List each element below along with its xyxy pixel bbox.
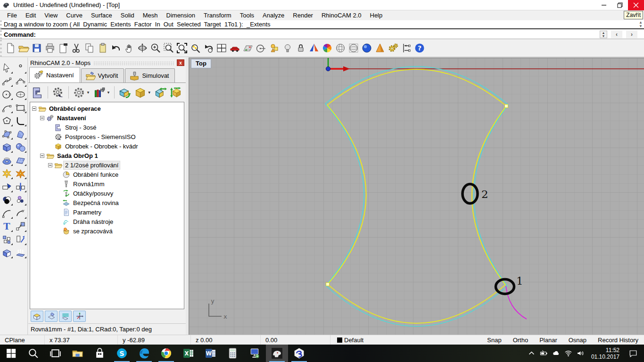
color-wheel-button[interactable]: [321, 41, 334, 56]
cut-button[interactable]: [70, 41, 83, 56]
menu-analyze[interactable]: Analyze: [258, 11, 289, 20]
extrude-surface-tool[interactable]: [14, 246, 27, 259]
tree-item-nastaven[interactable]: Nastavení: [30, 113, 184, 123]
xray-sphere-button[interactable]: [347, 41, 360, 56]
statusbar-toggle-osnap[interactable]: Osnap: [563, 335, 592, 345]
menu-render[interactable]: Render: [289, 11, 317, 20]
menu-edit[interactable]: Edit: [21, 11, 40, 20]
shear-tool[interactable]: [14, 233, 27, 246]
scale-tool[interactable]: [14, 220, 27, 233]
statusbar-toggle-ortho[interactable]: Ortho: [507, 335, 534, 345]
statusbar-layer[interactable]: Default: [330, 337, 481, 344]
taskbar-file-explorer[interactable]: [66, 345, 89, 362]
menu-transform[interactable]: Transform: [199, 11, 236, 20]
tree-item-ot-ky-posuvy[interactable]: Otáčky/posuvy: [30, 189, 184, 198]
split-tool[interactable]: [14, 180, 27, 193]
tray-onedrive[interactable]: [551, 345, 562, 362]
command-spinner[interactable]: ▲▼: [600, 31, 607, 38]
tray-volume[interactable]: [575, 345, 586, 362]
wireframe-sphere-button[interactable]: [334, 41, 347, 56]
cam-post-gear-button[interactable]: [51, 85, 66, 100]
taskbar-clock[interactable]: 11:52 01.10.2017: [587, 347, 623, 360]
taskbar-calculator[interactable]: [222, 345, 244, 362]
solid-union-box-tool[interactable]: [0, 246, 14, 259]
menu-solid[interactable]: Solid: [116, 11, 139, 20]
surface-grid-tool[interactable]: [14, 154, 27, 167]
pan-view-button[interactable]: [123, 41, 136, 56]
tree-item-sada-obrop-1[interactable]: Sada ObrOp 1: [30, 151, 184, 160]
tree-item-obr-b-c-operace[interactable]: Obráběcí operace: [30, 104, 184, 113]
tray-chevron-up[interactable]: [526, 345, 537, 362]
named-views-car-button[interactable]: [228, 41, 241, 56]
tree-expander-minus[interactable]: [40, 154, 44, 158]
tree-item-dr-ha-n-stroje[interactable]: Dráha nástroje: [30, 217, 184, 226]
dropdown-arrow-icon[interactable]: ▼: [86, 90, 90, 95]
command-prompt[interactable]: Command:: [2, 31, 36, 38]
menu-view[interactable]: View: [40, 11, 62, 20]
zoom-extents-button[interactable]: [175, 41, 189, 56]
explode-tool[interactable]: [0, 167, 14, 180]
menu-curve[interactable]: Curve: [62, 11, 87, 20]
statusbar-y[interactable]: y -62.89: [118, 335, 191, 345]
stock-tool-toggle-button[interactable]: [45, 311, 58, 322]
tree-expander-minus[interactable]: [32, 107, 36, 111]
lock-objects-button[interactable]: [294, 41, 307, 56]
single-point-tool[interactable]: [14, 61, 27, 74]
menu-help[interactable]: Help: [366, 11, 387, 20]
history-forward-button[interactable]: ›: [626, 31, 637, 38]
dropdown-arrow-icon[interactable]: ▼: [107, 90, 110, 95]
taskbar-rhinocam[interactable]: [288, 345, 310, 362]
tree-item-obrobek-obrobek-kv-dr[interactable]: Obrobek - Obrobek - kvádr: [30, 141, 184, 151]
cam-tools-button[interactable]: ▼: [92, 85, 111, 100]
taskbar-excel[interactable]: X: [177, 345, 199, 362]
statusbar-x[interactable]: x 73.37: [45, 335, 118, 345]
tree-item-se-zpracov-v[interactable]: se zpracovává: [30, 226, 184, 236]
statusbar-0-00[interactable]: 0.00: [261, 335, 330, 345]
open-file-button[interactable]: [17, 41, 30, 56]
tab-simulovat[interactable]: Simulovat: [125, 68, 175, 82]
statusbar-toggle-record-history[interactable]: Record History: [592, 335, 644, 345]
tree-item-2-1-2os-profilov-n[interactable]: 2 1/2osé profilování: [30, 160, 184, 170]
zoom-dynamic-button[interactable]: [149, 41, 162, 56]
undo-view-change-button[interactable]: [202, 41, 215, 56]
copy-button[interactable]: [83, 41, 96, 56]
statusbar-z[interactable]: z 0.00: [191, 335, 261, 345]
curve-fillet-corner-tool[interactable]: [14, 114, 27, 127]
solid-box-tool[interactable]: [0, 140, 14, 154]
boolean-circles-tool[interactable]: [0, 193, 14, 206]
statusbar-cplane[interactable]: CPlane: [0, 335, 45, 345]
rectangle-tool[interactable]: [14, 101, 27, 114]
dimension-tool-button[interactable]: [400, 41, 413, 56]
viewport-layout-button[interactable]: [215, 41, 228, 56]
render-cone-button[interactable]: [373, 41, 387, 56]
menu-tools[interactable]: Tools: [236, 11, 258, 20]
menu-mesh[interactable]: Mesh: [139, 11, 162, 20]
curve-through-points-tool[interactable]: [14, 74, 27, 88]
circle-tool[interactable]: [0, 88, 14, 101]
stock-lines-toggle-button[interactable]: [59, 311, 72, 322]
zoom-window-button[interactable]: [162, 41, 175, 56]
history-back-button[interactable]: ‹: [611, 31, 622, 38]
taskbar-search[interactable]: [22, 345, 44, 362]
zoom-selected-button[interactable]: [189, 41, 202, 56]
cam-gear-button[interactable]: ▼: [72, 85, 91, 100]
surface-from-points-tool[interactable]: [0, 127, 14, 140]
tree-item-obr-b-n-funkce[interactable]: Obrábění funkce: [30, 170, 184, 179]
command-history-scrollbar[interactable]: ▲▼: [637, 21, 644, 28]
tab-vytvo-it[interactable]: Vytvořit: [81, 68, 124, 82]
panel-grip[interactable]: [93, 61, 174, 66]
ellipse-tool[interactable]: [14, 88, 27, 101]
tree-item-stroj-3os[interactable]: Stroj - 3osé: [30, 123, 184, 132]
tray-wifi[interactable]: [563, 345, 574, 362]
curved-surface-tool[interactable]: [14, 127, 27, 140]
tree-item-postproces-siemensiso[interactable]: Postproces - SiemensISO: [30, 132, 184, 141]
page-with-notes-button[interactable]: [57, 41, 70, 56]
menu-surface[interactable]: Surface: [87, 11, 116, 20]
paste-button[interactable]: [96, 41, 109, 56]
taskbar-start[interactable]: [0, 345, 22, 362]
circle-center-button[interactable]: [255, 41, 268, 56]
new-file-button[interactable]: [4, 41, 17, 56]
viewport-title-tab[interactable]: Top: [191, 59, 211, 68]
cam-stock-box-button[interactable]: [117, 85, 132, 100]
stock-axes-toggle-button[interactable]: [73, 311, 86, 322]
